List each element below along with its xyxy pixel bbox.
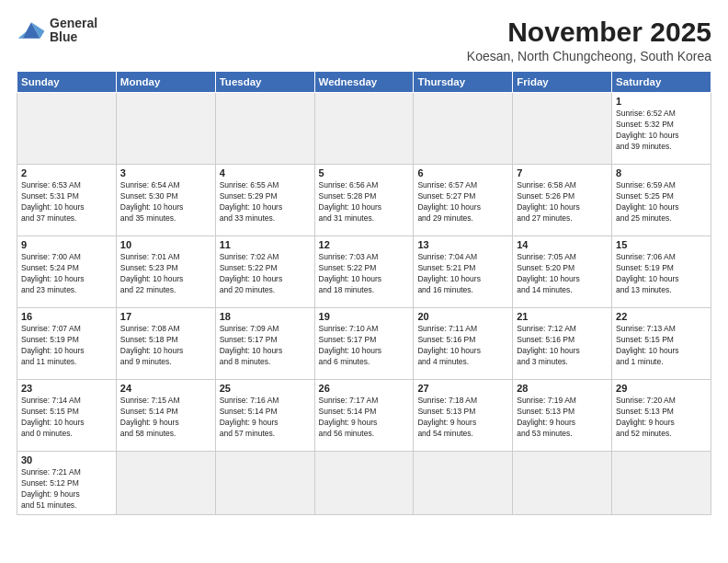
calendar-cell: 24Sunrise: 7:15 AM Sunset: 5:14 PM Dayli… bbox=[116, 380, 215, 452]
calendar-cell: 3Sunrise: 6:54 AM Sunset: 5:30 PM Daylig… bbox=[116, 165, 215, 236]
day-number: 26 bbox=[319, 383, 410, 394]
calendar-cell bbox=[612, 452, 711, 515]
calendar-cell: 11Sunrise: 7:02 AM Sunset: 5:22 PM Dayli… bbox=[215, 236, 314, 308]
day-number: 6 bbox=[417, 167, 508, 178]
calendar-cell: 2Sunrise: 6:53 AM Sunset: 5:31 PM Daylig… bbox=[17, 165, 117, 236]
day-info: Sunrise: 7:20 AM Sunset: 5:13 PM Dayligh… bbox=[616, 396, 707, 440]
calendar-cell: 19Sunrise: 7:10 AM Sunset: 5:17 PM Dayli… bbox=[314, 308, 414, 380]
day-number: 1 bbox=[616, 96, 707, 107]
day-info: Sunrise: 6:53 AM Sunset: 5:31 PM Dayligh… bbox=[21, 180, 112, 224]
day-info: Sunrise: 7:04 AM Sunset: 5:21 PM Dayligh… bbox=[417, 252, 508, 296]
day-info: Sunrise: 7:09 AM Sunset: 5:17 PM Dayligh… bbox=[220, 324, 311, 368]
calendar-cell: 7Sunrise: 6:58 AM Sunset: 5:26 PM Daylig… bbox=[513, 165, 612, 236]
calendar-week-row: 23Sunrise: 7:14 AM Sunset: 5:15 PM Dayli… bbox=[17, 380, 711, 452]
calendar-cell: 4Sunrise: 6:55 AM Sunset: 5:29 PM Daylig… bbox=[215, 165, 314, 236]
page: General Blue November 2025 Koesan, North… bbox=[0, 0, 728, 563]
calendar-cell: 8Sunrise: 6:59 AM Sunset: 5:25 PM Daylig… bbox=[612, 165, 711, 236]
month-title: November 2025 bbox=[467, 17, 711, 47]
calendar-cell: 1Sunrise: 6:52 AM Sunset: 5:32 PM Daylig… bbox=[612, 93, 711, 165]
day-header-tuesday: Tuesday bbox=[215, 72, 314, 93]
day-number: 12 bbox=[319, 239, 410, 250]
day-info: Sunrise: 7:06 AM Sunset: 5:19 PM Dayligh… bbox=[616, 252, 707, 296]
calendar-cell: 14Sunrise: 7:05 AM Sunset: 5:20 PM Dayli… bbox=[513, 236, 612, 308]
calendar-cell: 28Sunrise: 7:19 AM Sunset: 5:13 PM Dayli… bbox=[513, 380, 612, 452]
calendar-cell: 25Sunrise: 7:16 AM Sunset: 5:14 PM Dayli… bbox=[215, 380, 314, 452]
calendar-header-row: SundayMondayTuesdayWednesdayThursdayFrid… bbox=[17, 72, 711, 93]
day-info: Sunrise: 7:18 AM Sunset: 5:13 PM Dayligh… bbox=[417, 396, 508, 440]
calendar-cell bbox=[414, 93, 513, 165]
calendar-cell: 27Sunrise: 7:18 AM Sunset: 5:13 PM Dayli… bbox=[414, 380, 513, 452]
day-number: 13 bbox=[417, 239, 508, 250]
calendar-cell: 10Sunrise: 7:01 AM Sunset: 5:23 PM Dayli… bbox=[116, 236, 215, 308]
day-info: Sunrise: 7:14 AM Sunset: 5:15 PM Dayligh… bbox=[21, 396, 112, 440]
day-number: 20 bbox=[417, 311, 508, 322]
day-header-wednesday: Wednesday bbox=[314, 72, 414, 93]
calendar-cell: 30Sunrise: 7:21 AM Sunset: 5:12 PM Dayli… bbox=[17, 452, 117, 515]
day-number: 11 bbox=[220, 239, 311, 250]
day-info: Sunrise: 7:10 AM Sunset: 5:17 PM Dayligh… bbox=[319, 324, 410, 368]
day-info: Sunrise: 7:19 AM Sunset: 5:13 PM Dayligh… bbox=[517, 396, 608, 440]
calendar-week-row: 2Sunrise: 6:53 AM Sunset: 5:31 PM Daylig… bbox=[17, 165, 711, 236]
day-info: Sunrise: 7:07 AM Sunset: 5:19 PM Dayligh… bbox=[21, 324, 112, 368]
day-info: Sunrise: 7:02 AM Sunset: 5:22 PM Dayligh… bbox=[220, 252, 311, 296]
day-number: 4 bbox=[220, 167, 311, 178]
day-number: 14 bbox=[517, 239, 608, 250]
day-header-friday: Friday bbox=[513, 72, 612, 93]
day-info: Sunrise: 7:21 AM Sunset: 5:12 PM Dayligh… bbox=[21, 467, 112, 511]
calendar-cell: 15Sunrise: 7:06 AM Sunset: 5:19 PM Dayli… bbox=[612, 236, 711, 308]
day-info: Sunrise: 7:13 AM Sunset: 5:15 PM Dayligh… bbox=[616, 324, 707, 368]
calendar: SundayMondayTuesdayWednesdayThursdayFrid… bbox=[17, 71, 711, 515]
calendar-cell: 18Sunrise: 7:09 AM Sunset: 5:17 PM Dayli… bbox=[215, 308, 314, 380]
calendar-cell bbox=[314, 93, 414, 165]
day-number: 28 bbox=[517, 383, 608, 394]
calendar-cell bbox=[215, 452, 314, 515]
day-header-thursday: Thursday bbox=[414, 72, 513, 93]
calendar-cell: 9Sunrise: 7:00 AM Sunset: 5:24 PM Daylig… bbox=[17, 236, 117, 308]
location-title: Koesan, North Chungcheong, South Korea bbox=[467, 49, 711, 63]
calendar-cell bbox=[17, 93, 117, 165]
day-info: Sunrise: 7:16 AM Sunset: 5:14 PM Dayligh… bbox=[220, 396, 311, 440]
calendar-week-row: 1Sunrise: 6:52 AM Sunset: 5:32 PM Daylig… bbox=[17, 93, 711, 165]
calendar-cell: 13Sunrise: 7:04 AM Sunset: 5:21 PM Dayli… bbox=[414, 236, 513, 308]
day-header-monday: Monday bbox=[116, 72, 215, 93]
day-number: 9 bbox=[21, 239, 112, 250]
day-number: 3 bbox=[120, 167, 211, 178]
calendar-cell: 23Sunrise: 7:14 AM Sunset: 5:15 PM Dayli… bbox=[17, 380, 117, 452]
calendar-cell bbox=[116, 452, 215, 515]
calendar-cell bbox=[513, 452, 612, 515]
day-info: Sunrise: 6:58 AM Sunset: 5:26 PM Dayligh… bbox=[517, 180, 608, 224]
day-info: Sunrise: 6:55 AM Sunset: 5:29 PM Dayligh… bbox=[220, 180, 311, 224]
day-info: Sunrise: 7:03 AM Sunset: 5:22 PM Dayligh… bbox=[319, 252, 410, 296]
calendar-week-row: 30Sunrise: 7:21 AM Sunset: 5:12 PM Dayli… bbox=[17, 452, 711, 515]
header: General Blue November 2025 Koesan, North… bbox=[17, 17, 711, 63]
day-number: 30 bbox=[21, 454, 112, 465]
day-info: Sunrise: 7:08 AM Sunset: 5:18 PM Dayligh… bbox=[120, 324, 211, 368]
calendar-cell: 21Sunrise: 7:12 AM Sunset: 5:16 PM Dayli… bbox=[513, 308, 612, 380]
day-number: 24 bbox=[120, 383, 211, 394]
day-number: 8 bbox=[616, 167, 707, 178]
title-block: November 2025 Koesan, North Chungcheong,… bbox=[467, 17, 711, 63]
calendar-cell bbox=[513, 93, 612, 165]
day-info: Sunrise: 7:01 AM Sunset: 5:23 PM Dayligh… bbox=[120, 252, 211, 296]
day-info: Sunrise: 7:00 AM Sunset: 5:24 PM Dayligh… bbox=[21, 252, 112, 296]
day-header-saturday: Saturday bbox=[612, 72, 711, 93]
calendar-cell: 17Sunrise: 7:08 AM Sunset: 5:18 PM Dayli… bbox=[116, 308, 215, 380]
day-number: 10 bbox=[120, 239, 211, 250]
day-info: Sunrise: 7:11 AM Sunset: 5:16 PM Dayligh… bbox=[417, 324, 508, 368]
calendar-cell bbox=[414, 452, 513, 515]
day-number: 15 bbox=[616, 239, 707, 250]
day-number: 25 bbox=[220, 383, 311, 394]
day-number: 19 bbox=[319, 311, 410, 322]
calendar-cell: 26Sunrise: 7:17 AM Sunset: 5:14 PM Dayli… bbox=[314, 380, 414, 452]
calendar-cell bbox=[116, 93, 215, 165]
calendar-cell: 6Sunrise: 6:57 AM Sunset: 5:27 PM Daylig… bbox=[414, 165, 513, 236]
logo-general: General bbox=[50, 16, 97, 30]
day-number: 2 bbox=[21, 167, 112, 178]
day-number: 21 bbox=[517, 311, 608, 322]
day-number: 29 bbox=[616, 383, 707, 394]
calendar-cell bbox=[215, 93, 314, 165]
calendar-cell bbox=[314, 452, 414, 515]
day-number: 16 bbox=[21, 311, 112, 322]
calendar-week-row: 16Sunrise: 7:07 AM Sunset: 5:19 PM Dayli… bbox=[17, 308, 711, 380]
day-number: 18 bbox=[220, 311, 311, 322]
